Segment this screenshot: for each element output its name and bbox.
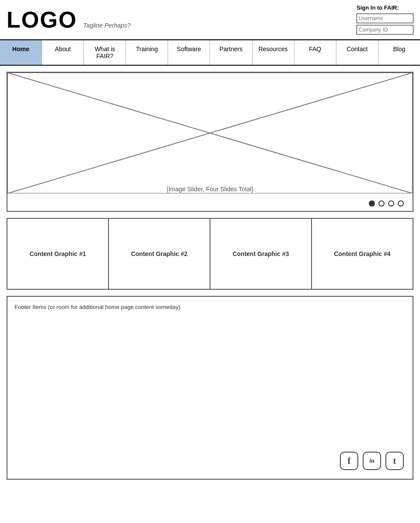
nav-item-resources[interactable]: Resources <box>252 40 294 65</box>
nav-item-blog[interactable]: Blog <box>378 40 420 65</box>
nav-item-home[interactable]: Home <box>0 40 42 65</box>
tagline: Tagline Perhaps? <box>83 22 130 29</box>
signin-label: Sign In to FAIR: <box>357 4 399 11</box>
image-slider: {Image Slider, Four Slides Total} <box>7 72 413 212</box>
page-header: LOGO Tagline Perhaps? Sign In to FAIR: <box>0 0 420 39</box>
facebook-icon[interactable]: f <box>340 452 358 470</box>
slider-dots <box>369 200 404 207</box>
nav-item-software[interactable]: Software <box>168 40 210 65</box>
nav-item-about[interactable]: About <box>42 40 84 65</box>
footer-label: Footer Items (or room for additional hom… <box>14 304 180 310</box>
twitter-icon[interactable]: t <box>385 452 404 470</box>
signin-area: Sign In to FAIR: <box>357 4 413 35</box>
nav-item-contact[interactable]: Contact <box>336 40 378 65</box>
main-content: {Image Slider, Four Slides Total} Conten… <box>0 66 420 486</box>
footer: Footer Items (or room for additional hom… <box>7 296 413 480</box>
slider-dot-2[interactable] <box>378 200 385 207</box>
content-graphic-4: Content Graphic #4 <box>312 219 413 289</box>
logo-area: LOGO Tagline Perhaps? <box>7 7 131 33</box>
content-graphic-1: Content Graphic #1 <box>7 219 109 289</box>
nav-item-training[interactable]: Training <box>126 40 168 65</box>
linkedin-icon[interactable]: in <box>363 452 381 470</box>
company-id-input[interactable] <box>357 25 413 35</box>
slider-dot-3[interactable] <box>388 200 394 207</box>
nav-item-faq[interactable]: FAQ <box>294 40 336 65</box>
slider-dot-1[interactable] <box>369 200 375 207</box>
logo: LOGO <box>7 7 77 33</box>
slider-placeholder-graphic <box>7 73 413 193</box>
navbar: Home About What is FAIR? Training Softwa… <box>0 39 420 66</box>
username-input[interactable] <box>357 14 413 23</box>
social-icons: f in t <box>340 452 404 470</box>
content-graphics-row: Content Graphic #1 Content Graphic #2 Co… <box>7 218 413 290</box>
nav-item-what-is-fair[interactable]: What is FAIR? <box>84 40 126 65</box>
content-graphic-3: Content Graphic #3 <box>210 219 312 289</box>
slider-dot-4[interactable] <box>398 200 404 207</box>
slider-label: {Image Slider, Four Slides Total} <box>167 186 254 193</box>
content-graphic-2: Content Graphic #2 <box>109 219 210 289</box>
nav-item-partners[interactable]: Partners <box>210 40 252 65</box>
